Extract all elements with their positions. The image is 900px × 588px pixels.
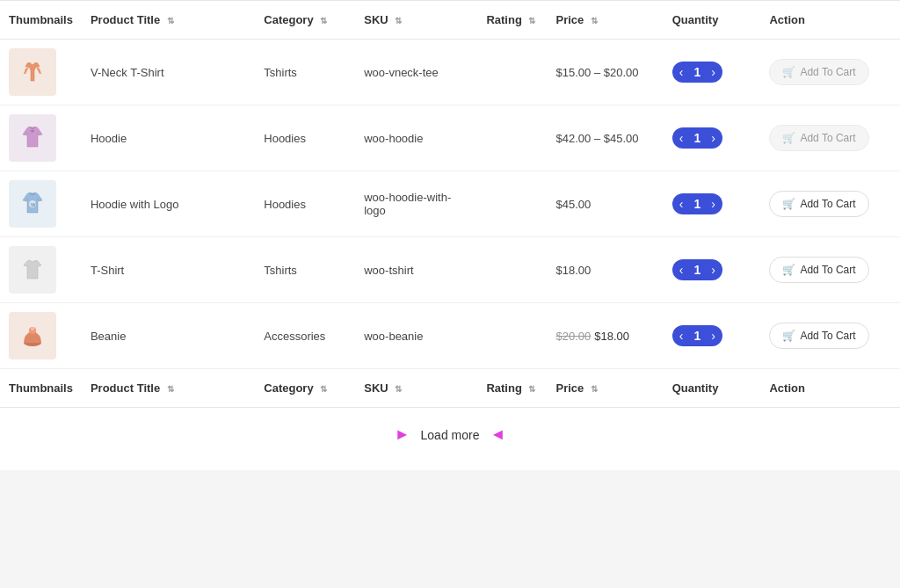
quantity-stepper: ‹ 1 › [672,325,722,346]
col-header-action: Action [760,1,882,40]
product-sku: woo-hoodie [355,105,477,171]
quantity-stepper: ‹ 1 › [672,127,722,149]
product-category: Accessories [255,303,355,369]
quantity-stepper: ‹ 1 › [672,62,722,83]
col-footer-rating[interactable]: Rating ⇅ [477,369,547,408]
col-footer-quantity: Quantity [664,369,761,408]
product-price: $20.00$18.00 [548,303,664,369]
product-action: 🛒 Add To Cart [760,40,882,105]
col-footer-sku[interactable]: SKU ⇅ [355,369,477,408]
load-more-label[interactable]: Load more [421,428,480,442]
col-header-price[interactable]: Price ⇅ [548,1,664,40]
quantity-decrease-button[interactable]: ‹ [678,66,686,78]
col-header-product-title[interactable]: Product Title ⇅ [82,1,255,40]
quantity-increase-button[interactable]: › [709,264,717,276]
product-title: Hoodie [82,105,255,171]
product-rating [477,171,547,237]
col-header-thumbnails: Thumbnails [0,1,82,40]
quantity-value: 1 [690,263,704,277]
add-to-cart-button[interactable]: 🛒 Add To Cart [769,191,868,217]
thumb-image [9,246,56,294]
product-rating [477,105,547,171]
quantity-increase-button[interactable]: › [709,132,717,144]
thumb-image: W [9,180,56,228]
product-table-wrapper: Thumbnails Product Title ⇅ Category ⇅ SK… [0,0,900,408]
product-category: Hoodies [255,171,355,237]
product-quantity: ‹ 1 › [664,105,761,171]
col-header-quantity: Quantity [664,1,761,40]
add-to-cart-button[interactable]: 🛒 Add To Cart [769,59,868,85]
table-row: HoodieHoodieswoo-hoodie$42.00 – $45.00 ‹… [0,105,900,171]
col-header-rating[interactable]: Rating ⇅ [477,1,547,40]
quantity-increase-button[interactable]: › [709,66,717,78]
product-sku: woo-hoodie-with-logo [355,171,477,237]
col-extra-cell [882,237,900,303]
add-to-cart-label: Add To Cart [800,132,855,144]
cart-icon: 🛒 [782,132,795,144]
quantity-stepper: ‹ 1 › [672,193,722,214]
quantity-decrease-button[interactable]: ‹ [678,330,686,342]
col-extra-cell [882,303,900,369]
product-table: Thumbnails Product Title ⇅ Category ⇅ SK… [0,0,900,408]
svg-point-2 [31,130,34,133]
add-to-cart-button[interactable]: 🛒 Add To Cart [769,323,868,349]
cart-icon: 🛒 [782,264,795,276]
product-action: 🛒 Add To Cart [760,171,882,237]
product-category: Tshirts [255,40,355,105]
product-action: 🛒 Add To Cart [760,237,882,303]
col-header-category[interactable]: Category ⇅ [255,1,355,40]
sort-icon-category: ⇅ [320,16,327,25]
product-title: V-Neck T-Shirt [82,40,255,105]
table-header-row: Thumbnails Product Title ⇅ Category ⇅ SK… [0,1,900,40]
col-header-sku[interactable]: SKU ⇅ [355,1,477,40]
load-more-section: ► Load more ◄ [0,408,900,470]
quantity-increase-button[interactable]: › [709,198,717,210]
product-sku: woo-vneck-tee [355,40,477,105]
cart-icon: 🛒 [782,330,795,342]
col-footer-thumbnails: Thumbnails [0,369,82,408]
price-original: $20.00 [556,330,592,343]
product-action: 🛒 Add To Cart [760,303,882,369]
add-to-cart-button[interactable]: 🛒 Add To Cart [769,125,868,151]
col-footer-extra [882,369,900,408]
col-footer-product-title[interactable]: Product Title ⇅ [82,369,255,408]
product-title: Hoodie with Logo [82,171,255,237]
product-quantity: ‹ 1 › [664,237,761,303]
product-sku: woo-beanie [355,303,477,369]
price-sale: $18.00 [594,330,629,343]
product-thumbnail [0,303,82,369]
sort-icon-price: ⇅ [591,16,598,25]
svg-point-10 [31,327,34,330]
col-extra-cell [882,171,900,237]
col-extra-cell [882,105,900,171]
add-to-cart-button[interactable]: 🛒 Add To Cart [769,257,868,283]
quantity-decrease-button[interactable]: ‹ [678,264,686,276]
col-footer-category[interactable]: Category ⇅ [255,369,355,408]
product-thumbnail [0,105,82,171]
table-row: W Hoodie with LogoHoodieswoo-hoodie-with… [0,171,900,237]
quantity-decrease-button[interactable]: ‹ [678,198,686,210]
table-footer-row: Thumbnails Product Title ⇅ Category ⇅ SK… [0,369,900,408]
sort-icon-rating: ⇅ [528,16,535,25]
col-extra-cell [882,40,900,105]
quantity-increase-button[interactable]: › [709,330,717,342]
product-thumbnail [0,237,82,303]
add-to-cart-label: Add To Cart [800,66,855,78]
quantity-decrease-button[interactable]: ‹ [678,132,686,144]
quantity-value: 1 [690,197,704,211]
product-category: Tshirts [255,237,355,303]
product-thumbnail: W [0,171,82,237]
product-quantity: ‹ 1 › [664,40,761,105]
add-to-cart-label: Add To Cart [800,198,855,210]
product-price: $42.00 – $45.00 [548,105,664,171]
thumb-image [9,48,56,96]
add-to-cart-label: Add To Cart [800,330,855,342]
quantity-value: 1 [690,329,704,343]
sort-icon-footer-category: ⇅ [320,384,327,394]
table-row: T-ShirtTshirtswoo-tshirt$18.00 ‹ 1 › 🛒 A… [0,237,900,303]
load-more-next-button[interactable]: ◄ [490,425,505,444]
svg-text:W: W [31,202,36,207]
load-more-prev-button[interactable]: ► [395,425,410,444]
product-thumbnail [0,40,82,105]
col-footer-price[interactable]: Price ⇅ [548,369,664,408]
